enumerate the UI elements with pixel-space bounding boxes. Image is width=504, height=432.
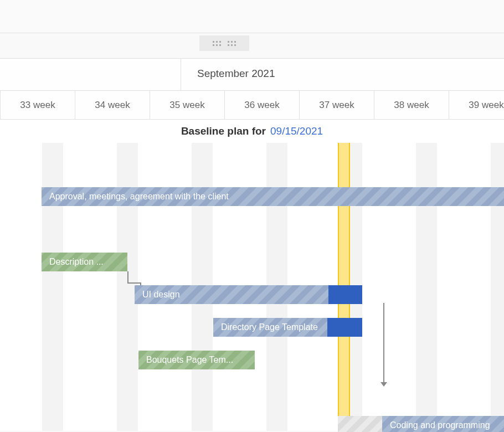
top-toolbar-area xyxy=(0,0,504,33)
dependency-line xyxy=(127,282,140,284)
dependency-line xyxy=(127,271,128,282)
week-header: 39 week xyxy=(449,91,504,119)
month-label: September 2021 xyxy=(197,68,275,80)
weeks-row: 33 week34 week35 week36 week37 week38 we… xyxy=(0,91,504,120)
week-header: 38 week xyxy=(374,91,449,119)
weekend-column xyxy=(416,143,438,431)
week-header: 33 week xyxy=(0,91,75,119)
task-bar[interactable]: Description ... xyxy=(42,253,127,271)
task-bar-progress[interactable] xyxy=(327,318,362,337)
dependency-line xyxy=(383,303,384,382)
week-header: 36 week xyxy=(224,91,299,119)
task-bar[interactable]: Approval, meetings, agreement with the c… xyxy=(42,187,504,206)
month-row: September 2021 xyxy=(0,59,504,91)
dependency-arrow-icon xyxy=(380,382,387,387)
task-bar[interactable]: UI design xyxy=(135,285,328,304)
task-bar-baseline[interactable] xyxy=(338,416,382,432)
month-divider xyxy=(181,59,181,90)
week-header: 37 week xyxy=(299,91,374,119)
weekend-column xyxy=(491,143,504,431)
task-bar[interactable]: Directory Page Template xyxy=(213,318,327,337)
baseline-date[interactable]: 09/15/2021 xyxy=(270,125,323,137)
grip-icon xyxy=(213,41,221,46)
timeline-header: September 2021 33 week34 week35 week36 w… xyxy=(0,58,504,143)
task-bar-progress[interactable] xyxy=(328,285,362,304)
gantt-chart-area[interactable]: Approval, meetings, agreement with the c… xyxy=(0,143,504,431)
week-header: 35 week xyxy=(150,91,224,119)
grip-icon xyxy=(228,41,236,46)
task-bar[interactable]: Coding and programming xyxy=(382,416,504,432)
task-bar[interactable]: Bouquets Page Tem... xyxy=(138,351,255,369)
baseline-title: Baseline plan for xyxy=(181,125,266,137)
week-header: 34 week xyxy=(75,91,150,119)
panel-drag-handle[interactable] xyxy=(199,35,249,51)
weekend-column xyxy=(42,143,64,431)
baseline-row: Baseline plan for 09/15/2021 xyxy=(0,120,504,143)
